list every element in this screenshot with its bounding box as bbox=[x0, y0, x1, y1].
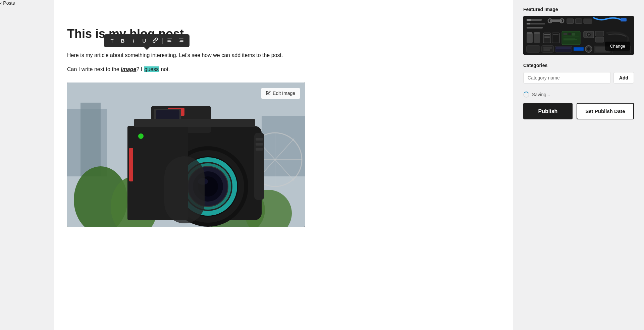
guess-highlight: guess bbox=[144, 66, 160, 72]
svg-rect-83 bbox=[543, 49, 550, 51]
set-publish-date-button[interactable]: Set Publish Date bbox=[577, 103, 634, 119]
saving-text: Saving... bbox=[532, 92, 550, 97]
change-image-button[interactable]: Change bbox=[605, 42, 630, 51]
post-image-placeholder bbox=[67, 82, 305, 227]
post-body-paragraph[interactable]: T B I U bbox=[67, 51, 500, 60]
svg-rect-57 bbox=[527, 33, 533, 43]
svg-rect-59 bbox=[534, 33, 540, 43]
edit-icon bbox=[266, 91, 271, 96]
svg-rect-63 bbox=[544, 36, 550, 37]
body-paragraph-text: Here is my article about something inter… bbox=[67, 52, 283, 58]
back-label: Posts bbox=[3, 0, 15, 6]
svg-rect-87 bbox=[574, 48, 583, 50]
svg-rect-46 bbox=[527, 19, 531, 21]
svg-point-34 bbox=[138, 133, 144, 139]
svg-rect-79 bbox=[595, 37, 604, 42]
featured-image-section: Featured Image bbox=[523, 7, 634, 55]
svg-point-89 bbox=[587, 47, 590, 51]
svg-rect-53 bbox=[567, 19, 574, 23]
second-line-suffix: not. bbox=[159, 66, 170, 72]
toolbar-align-right-button[interactable] bbox=[177, 37, 185, 45]
toolbar-text-button[interactable]: T bbox=[108, 37, 116, 44]
chevron-left-icon: ‹ bbox=[0, 0, 2, 6]
back-to-posts-link[interactable]: ‹ Posts bbox=[0, 0, 15, 6]
image-link[interactable]: image bbox=[121, 66, 136, 72]
second-paragraph[interactable]: Can I write next to the image? I guess n… bbox=[67, 66, 500, 72]
featured-image-container: Change bbox=[523, 16, 634, 55]
svg-rect-78 bbox=[595, 31, 604, 36]
svg-rect-8 bbox=[80, 103, 101, 176]
svg-rect-39 bbox=[256, 138, 263, 141]
second-line-prefix: Can I write next to the bbox=[67, 66, 121, 72]
edit-image-button[interactable]: Edit Image bbox=[261, 88, 300, 99]
svg-rect-42 bbox=[129, 148, 133, 181]
post-image-container: Edit Image bbox=[67, 82, 305, 227]
category-input-row: Add bbox=[523, 72, 634, 84]
svg-rect-70 bbox=[572, 33, 575, 36]
category-name-input[interactable] bbox=[523, 72, 611, 84]
svg-rect-62 bbox=[544, 34, 550, 35]
svg-rect-37 bbox=[134, 119, 255, 127]
svg-rect-41 bbox=[256, 148, 263, 151]
svg-rect-64 bbox=[544, 37, 550, 38]
svg-rect-56 bbox=[621, 18, 627, 21]
featured-image-title: Featured Image bbox=[523, 7, 634, 12]
svg-rect-82 bbox=[543, 47, 552, 49]
svg-rect-66 bbox=[553, 34, 558, 35]
format-toolbar: T B I U bbox=[104, 34, 190, 47]
svg-rect-49 bbox=[527, 27, 543, 29]
svg-rect-54 bbox=[575, 19, 582, 23]
saving-spinner bbox=[523, 92, 529, 98]
second-line-mid: ? I bbox=[136, 66, 144, 72]
svg-rect-80 bbox=[527, 46, 540, 52]
toolbar-link-button[interactable] bbox=[151, 37, 160, 45]
svg-rect-69 bbox=[568, 33, 571, 35]
right-sidebar: Featured Image bbox=[513, 0, 644, 330]
editor-area: This is my blog post T B I U bbox=[54, 0, 513, 330]
svg-rect-55 bbox=[584, 19, 592, 23]
add-category-button[interactable]: Add bbox=[613, 72, 634, 84]
svg-point-77 bbox=[588, 34, 590, 36]
svg-rect-43 bbox=[164, 156, 205, 223]
toolbar-bold-button[interactable]: B bbox=[119, 37, 127, 44]
svg-rect-85 bbox=[556, 47, 571, 49]
edit-image-label: Edit Image bbox=[273, 91, 295, 96]
svg-rect-48 bbox=[527, 23, 530, 24]
svg-rect-60 bbox=[534, 32, 540, 34]
publish-button[interactable]: Publish bbox=[523, 103, 573, 119]
categories-section: Categories Add bbox=[523, 63, 634, 84]
toolbar-align-left-button[interactable] bbox=[165, 37, 174, 45]
categories-title: Categories bbox=[523, 63, 634, 68]
svg-rect-58 bbox=[527, 32, 532, 34]
svg-rect-68 bbox=[564, 33, 567, 35]
toolbar-italic-button[interactable]: I bbox=[129, 37, 138, 44]
toolbar-divider bbox=[162, 38, 163, 44]
toolbar-underline-button[interactable]: U bbox=[140, 37, 148, 44]
svg-rect-40 bbox=[256, 143, 263, 146]
saving-status-row: Saving... bbox=[523, 92, 634, 98]
svg-rect-84 bbox=[555, 46, 572, 52]
action-buttons: Publish Set Publish Date bbox=[523, 103, 634, 119]
